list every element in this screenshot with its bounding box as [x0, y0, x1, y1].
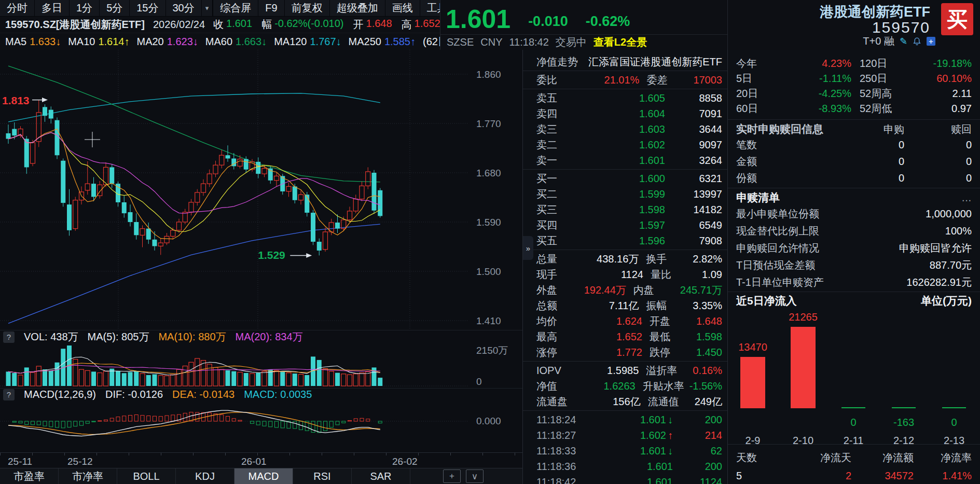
kline-chart[interactable]: 1.8601.7701.6801.5901.5001.4101.8131.529 [0, 50, 522, 330]
pencil-icon[interactable]: ✎ [900, 36, 907, 47]
flow-bar-label: 13470 [729, 341, 776, 353]
bid-row[interactable]: 买一1.6006321 [523, 171, 727, 186]
flow-date-label: 2-13 [931, 435, 977, 447]
macd-help-icon[interactable]: ? [3, 389, 15, 400]
tick-trade-row[interactable]: 11:18:361.601200 [523, 459, 727, 474]
macd-chart[interactable]: 0.000 [0, 400, 522, 452]
tool-button-1[interactable]: F9 [258, 0, 284, 16]
bell-icon[interactable] [913, 37, 921, 46]
ask-row[interactable]: 卖五1.6058858 [523, 90, 727, 106]
bid-row[interactable]: 买五1.5967908 [523, 233, 727, 248]
info-field-1: 幅-0.62%(-0.010) [261, 18, 343, 32]
flow-date-label: 2-10 [780, 435, 826, 447]
ask-row[interactable]: 卖三1.6033644 [523, 121, 727, 137]
tick-trade-row[interactable]: 11:18:271.602↑214 [523, 427, 727, 443]
tool-button-0[interactable]: 综合屏 [213, 0, 258, 16]
macd-pane[interactable]: 0.000 [0, 400, 522, 452]
svg-text:1.770: 1.770 [476, 118, 501, 129]
volume-pane[interactable]: 2150万0 [0, 343, 522, 388]
period-tab-4[interactable]: 15分 [130, 0, 165, 16]
tab-RSI[interactable]: RSI [293, 468, 352, 484]
bid-row[interactable]: 买三1.59814182 [523, 202, 727, 217]
ask-row[interactable]: 卖四1.6047091 [523, 106, 727, 121]
tab-BOLL[interactable]: BOLL [117, 468, 176, 484]
last-price-row: 1.601 -0.010 -0.62% [440, 0, 727, 35]
market-status-row: SZSE CNY 11:18:42 交易中 查看L2全景 [440, 35, 727, 49]
flow-bar [791, 327, 816, 408]
fund-info-panel: 今年4.23%120日-19.18%5日-1.11%250日60.10%20日-… [727, 50, 980, 484]
ask-row[interactable]: 卖一1.6013264 [523, 153, 727, 168]
redemption-row-0: 最小申赎单位份额1,000,000 [728, 205, 980, 223]
more-icon[interactable]: … [780, 192, 972, 204]
subscription-header: 实时申购赎回信息申购赎回 [728, 122, 980, 136]
flow-date-label: 2-12 [880, 435, 927, 447]
period-tab-5[interactable]: 30分 [166, 0, 202, 16]
info-field-0: 收1.601 [213, 18, 252, 32]
vol-help-icon[interactable]: ? [3, 331, 15, 343]
tick-trade-row[interactable]: 11:18:421.6011124 [523, 474, 727, 484]
tab-市净率[interactable]: 市净率 [59, 468, 117, 484]
indicator-tabs: 市盈率市净率BOLLKDJMACDRSISAR+∨ [0, 468, 522, 484]
tool-button-3[interactable]: 超级叠加 [330, 0, 385, 16]
period-tab-0[interactable]: 分时 [0, 0, 35, 16]
flow-zero-dash [892, 407, 916, 408]
fund-nav-row[interactable]: 净值走势汇添富国证港股通创新药ETF [523, 54, 727, 70]
macd-header: ?MACD(12,26,9)DIF: -0.0126DEA: -0.0143MA… [0, 388, 522, 400]
period-return-row-0: 今年4.23%120日-19.18% [728, 56, 980, 71]
xaxis-label-3: 26-02 [392, 456, 418, 467]
exchange-label: SZSE [447, 36, 474, 48]
chart-header-band: 分时多日1分5分15分30分▾综合屏F9前复权超级叠加画线工具⚙?» 15957… [0, 0, 440, 50]
collapse-handle[interactable]: » [523, 236, 533, 260]
quote-band: 1.601 -0.010 -0.62% SZSE CNY 11:18:42 交易… [440, 0, 727, 50]
kline-chart-pane[interactable]: 1.8601.7701.6801.5901.5001.4101.8131.529 [0, 50, 522, 330]
period-tab-3[interactable]: 5分 [100, 0, 130, 16]
tool-button-4[interactable]: 画线 [385, 0, 420, 16]
tab-MACD[interactable]: MACD [234, 468, 293, 484]
redemption-row-4: T-1日单位申赎资产1626282.91元 [728, 274, 980, 291]
volume-chart[interactable]: 2150万0 [0, 343, 522, 388]
svg-text:0.000: 0.000 [476, 416, 501, 426]
redemption-list-header: 申赎清单… [728, 190, 980, 205]
buy-button[interactable]: 买 [941, 3, 973, 35]
bid-row[interactable]: 买四1.5976549 [523, 217, 727, 233]
bid-ask-ratio-row: 委比21.01%委差17003 [523, 72, 727, 88]
ask-row[interactable]: 卖二1.6029097 [523, 137, 727, 153]
collapse-pane-button[interactable]: ∨ [466, 469, 484, 483]
redemption-row-1: 现金替代比例上限100% [728, 223, 980, 240]
net-flow-summary-values: 52345721.41% [728, 468, 980, 483]
tick-trade-row[interactable]: 11:18:241.601↓200 [523, 412, 727, 427]
vol-stat-2: MA(10): 880万 [158, 330, 226, 344]
tool-button-2[interactable]: 前复权 [285, 0, 330, 16]
price-change-pct: -0.62% [586, 13, 630, 32]
security-code: 159570 [872, 19, 930, 36]
svg-text:1.500: 1.500 [476, 266, 501, 277]
l2-link[interactable]: 查看L2全景 [593, 35, 647, 49]
stat-row-9: 流通盘156亿流通值249亿 [523, 394, 727, 409]
period-tab-2[interactable]: 1分 [70, 0, 100, 16]
info-field-2: 开1.648 [353, 18, 392, 32]
ma-values: MA51.633↓MA101.614↑MA201.623↓MA601.663↓M… [5, 36, 416, 48]
quote-detail-panel: 净值走势汇添富国证港股通创新药ETF委比21.01%委差17003卖五1.605… [522, 50, 727, 484]
flow-date-label: 2-11 [830, 435, 877, 447]
tab-市盈率[interactable]: 市盈率 [0, 468, 59, 484]
stat-row-5: 最高1.652最低1.598 [523, 329, 727, 344]
security-band: 港股通创新药ETF 159570 买 T+0 融 ✎ + [727, 0, 980, 50]
period-dropdown-icon[interactable]: ▾ [202, 0, 213, 16]
realtime-subscription-section: 实时申购赎回信息申购赎回笔数00金额00份额00 [728, 122, 980, 186]
add-icon[interactable]: + [927, 37, 935, 46]
period-tab-1[interactable]: 多日 [35, 0, 70, 16]
tick-trade-row[interactable]: 11:18:331.601↓62 [523, 443, 727, 459]
xaxis-label-0: 25-11 [8, 456, 32, 467]
period-return-row-3: 60日-8.93%52周低0.97 [728, 101, 980, 116]
info-field-3: 高1.652 [402, 18, 440, 32]
bid-row[interactable]: 买二1.59913997 [523, 186, 727, 202]
add-indicator-button[interactable]: + [443, 469, 461, 483]
tab-KDJ[interactable]: KDJ [176, 468, 234, 484]
svg-text:0: 0 [476, 376, 482, 387]
price-change: -0.010 [528, 13, 568, 32]
symbol-label: 159570.SZ[港股通创新药ETF] [5, 18, 145, 32]
stat-row-2: 外盘192.44万内盘245.71万 [523, 282, 727, 298]
flow-bar-label: 21265 [780, 311, 826, 323]
stat-row-6: 涨停1.772跌停1.450 [523, 344, 727, 360]
tab-SAR[interactable]: SAR [352, 468, 410, 484]
